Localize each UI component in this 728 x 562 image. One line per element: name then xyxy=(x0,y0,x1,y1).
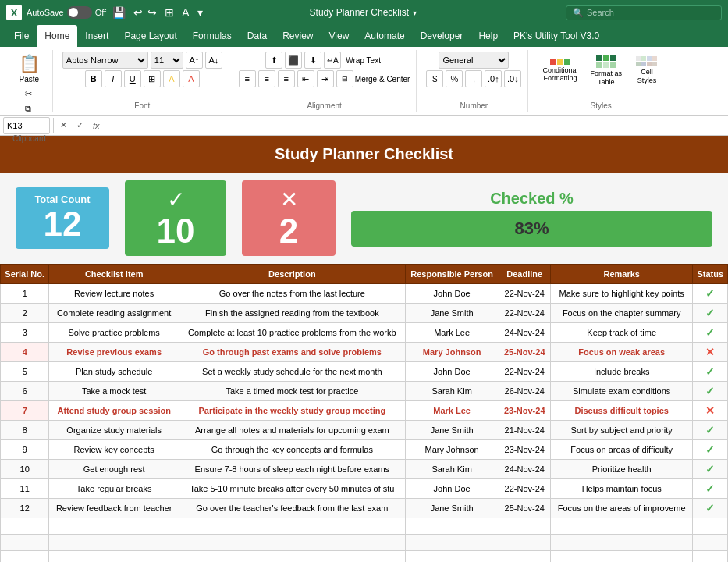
conditional-formatting-button[interactable]: ConditionalFormatting xyxy=(538,55,582,87)
styles-group: ConditionalFormatting Format asTable Cel… xyxy=(531,50,670,112)
table-row[interactable]: 12Review feedback from teacherGo over th… xyxy=(1,499,728,518)
currency-button[interactable]: $ xyxy=(426,70,443,87)
percent-button[interactable]: % xyxy=(446,70,463,87)
table-row[interactable]: 6Take a mock testTake a timed mock test … xyxy=(1,382,728,401)
redo-icon[interactable]: ↪ xyxy=(146,5,158,20)
search-box[interactable]: 🔍 xyxy=(566,5,722,20)
cut-button[interactable]: ✂ xyxy=(22,87,37,101)
number-group: General $ % , .0↑ .0↓ Number xyxy=(420,50,528,112)
empty-cell xyxy=(693,518,728,535)
cell-deadline: 25-Nov-24 xyxy=(499,343,550,362)
increase-decimal-button[interactable]: .0↑ xyxy=(485,70,502,87)
paste-button[interactable]: 📋 Paste xyxy=(15,52,44,86)
tab-insert[interactable]: Insert xyxy=(77,25,116,47)
paste-icon: 📋 xyxy=(19,54,40,74)
table-row[interactable]: 4Revise previous examsGo through past ex… xyxy=(1,343,728,362)
decrease-decimal-button[interactable]: .0↓ xyxy=(504,70,521,87)
cell-styles-button[interactable]: CellStyles xyxy=(630,53,664,88)
merge-center-button[interactable]: ⊟ xyxy=(336,70,353,87)
italic-button[interactable]: I xyxy=(105,70,122,87)
table-row[interactable]: 2Complete reading assignmentFinish the a… xyxy=(1,304,728,323)
total-count-card: Total Count 12 xyxy=(16,187,109,249)
tab-file[interactable]: File xyxy=(6,25,37,47)
tab-pk-utility[interactable]: PK's Utility Tool V3.0 xyxy=(506,25,607,47)
bold-button[interactable]: B xyxy=(85,70,102,87)
empty-cell xyxy=(405,535,499,551)
align-right-button[interactable]: ≡ xyxy=(278,70,295,87)
cell-description: Finish the assigned reading from the tex… xyxy=(179,304,405,323)
tab-page-layout[interactable]: Page Layout xyxy=(116,25,184,47)
empty-cell xyxy=(179,551,405,562)
align-center-button[interactable]: ≡ xyxy=(258,70,275,87)
table-row[interactable]: 1Review lecture notesGo over the notes f… xyxy=(1,284,728,304)
grid-icon[interactable]: ⊞ xyxy=(163,5,176,20)
cell-reference-input[interactable] xyxy=(3,117,50,134)
cell-person: Sarah Kim xyxy=(405,460,499,479)
confirm-formula-icon[interactable]: ✓ xyxy=(73,119,87,132)
tab-home[interactable]: Home xyxy=(37,25,77,47)
font-size-increase-button[interactable]: A↑ xyxy=(186,52,203,69)
insert-function-icon[interactable]: fx xyxy=(90,119,103,132)
table-row[interactable]: 10Get enough restEnsure 7-8 hours of sle… xyxy=(1,460,728,479)
more-tools-icon[interactable]: ▾ xyxy=(196,5,204,20)
tab-help[interactable]: Help xyxy=(471,25,506,47)
empty-cell xyxy=(693,551,728,562)
tab-developer[interactable]: Developer xyxy=(413,25,471,47)
wrap-text-button[interactable]: ↵A xyxy=(324,52,341,69)
align-middle-button[interactable]: ⬛ xyxy=(285,52,302,69)
copy-button[interactable]: ⧉ xyxy=(22,102,37,116)
formula-input[interactable] xyxy=(106,121,725,130)
fill-color-button[interactable]: A xyxy=(163,70,180,87)
tab-review[interactable]: Review xyxy=(275,25,321,47)
cell-item: Take a mock test xyxy=(49,382,179,401)
align-left-button[interactable]: ≡ xyxy=(239,70,256,87)
tab-formulas[interactable]: Formulas xyxy=(185,25,240,47)
cell-status: ✓ xyxy=(693,304,728,323)
increase-indent-button[interactable]: ⇥ xyxy=(317,70,334,87)
table-row[interactable]: 7Attend study group sessionParticipate i… xyxy=(1,401,728,421)
comma-button[interactable]: , xyxy=(465,70,482,87)
autosave-toggle[interactable] xyxy=(67,6,92,19)
align-top-button[interactable]: ⬆ xyxy=(265,52,282,69)
table-row[interactable]: 3Solve practice problemsComplete at leas… xyxy=(1,323,728,343)
align-bottom-button[interactable]: ⬇ xyxy=(304,52,321,69)
undo-icon[interactable]: ↩ xyxy=(132,5,144,20)
font-color-icon[interactable]: A xyxy=(180,5,190,20)
font-name-select[interactable]: Aptos Narrow xyxy=(62,52,148,69)
clipboard-group: 📋 Paste ✂ ⧉ 🖌 Clipboard xyxy=(6,50,53,112)
font-size-select[interactable]: 11 xyxy=(151,52,183,69)
status-check-icon: ✓ xyxy=(705,502,715,514)
col-header-deadline: Deadline xyxy=(499,265,550,284)
font-color-button[interactable]: A xyxy=(183,70,200,87)
empty-cell xyxy=(550,518,693,535)
table-row[interactable]: 5Plan study scheduleSet a weekly study s… xyxy=(1,362,728,382)
table-header-row: Serial No. Checklist Item Description Re… xyxy=(1,265,728,284)
empty-cell xyxy=(405,518,499,535)
font-size-decrease-button[interactable]: A↓ xyxy=(205,52,222,69)
autosave-label: AutoSave xyxy=(27,8,64,17)
cell-person: Mary Johnson xyxy=(405,343,499,362)
underline-button[interactable]: U xyxy=(124,70,141,87)
cell-deadline: 24-Nov-24 xyxy=(499,323,550,343)
number-format-select[interactable]: General xyxy=(439,52,509,69)
borders-button[interactable]: ⊞ xyxy=(144,70,161,87)
tab-automate[interactable]: Automate xyxy=(357,25,412,47)
table-row[interactable]: 9Review key conceptsGo through the key c… xyxy=(1,440,728,460)
format-as-table-button[interactable]: Format asTable xyxy=(585,52,627,90)
tab-data[interactable]: Data xyxy=(240,25,275,47)
title-bar: X AutoSave Off 💾 ↩ ↪ ⊞ A ▾ Study Planner… xyxy=(0,0,728,25)
cell-serial: 10 xyxy=(1,460,49,479)
status-check-icon: ✓ xyxy=(705,482,715,495)
table-row[interactable]: 8Organize study materialsArrange all not… xyxy=(1,421,728,440)
tab-view[interactable]: View xyxy=(321,25,357,47)
status-check-icon: ✓ xyxy=(705,385,715,397)
save-icon[interactable]: 💾 xyxy=(111,5,127,20)
cell-serial: 1 xyxy=(1,284,49,304)
cancel-formula-icon[interactable]: ✕ xyxy=(57,119,70,132)
spreadsheet-wrapper: Study Planner Checklist Total Count 12 ✓… xyxy=(0,136,728,562)
decrease-indent-button[interactable]: ⇤ xyxy=(297,70,314,87)
table-row[interactable]: 11Take regular breaksTake 5-10 minute br… xyxy=(1,479,728,499)
filename-dropdown-icon[interactable]: ▾ xyxy=(411,7,418,19)
search-input[interactable] xyxy=(587,8,696,17)
empty-cell xyxy=(49,535,179,551)
